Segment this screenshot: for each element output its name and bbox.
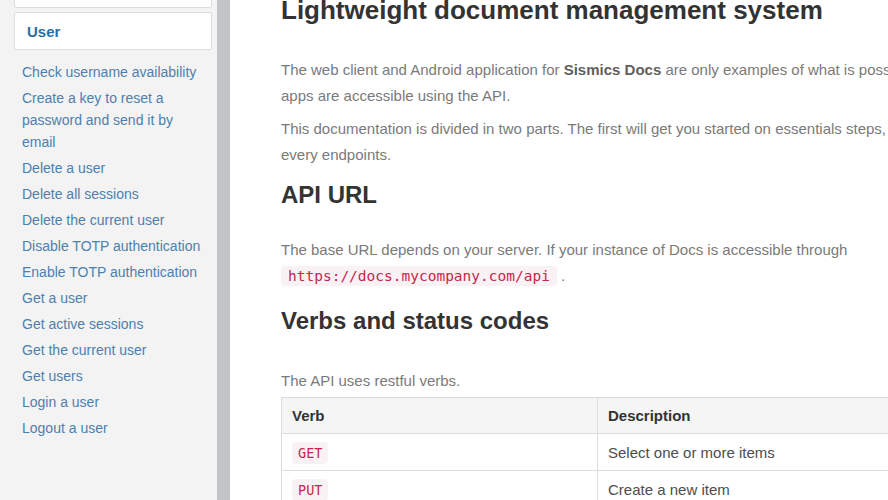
sidebar-scrollbar[interactable] [217, 0, 230, 500]
list-item: Delete a user [22, 157, 204, 179]
base-url-line-2: https://docs.mycompany.com/api . [281, 263, 888, 289]
verb-get-description: Select one or more items [598, 434, 888, 471]
sidebar-item-delete-current-user[interactable]: Delete the current user [22, 209, 204, 231]
verb-get: GET [292, 442, 328, 464]
column-header-description: Description [598, 398, 888, 434]
sidebar-item-delete-all-sessions[interactable]: Delete all sessions [22, 183, 204, 205]
sidebar-item-create-password-reset-key[interactable]: Create a key to reset a password and sen… [22, 87, 204, 153]
sidebar-group-user[interactable]: User [14, 12, 212, 50]
sidebar-item-delete-a-user[interactable]: Delete a user [22, 157, 204, 179]
base-url-paragraph: The base URL depends on your server. If … [281, 237, 888, 289]
list-item: Check username availability [22, 61, 204, 83]
sidebar: User Check username availability Create … [0, 0, 217, 500]
list-item: Get the current user [22, 339, 204, 361]
table-row: GET Select one or more items [282, 434, 888, 471]
docs-line-2: every endpoints. [281, 142, 888, 168]
sidebar-item-get-a-user[interactable]: Get a user [22, 287, 204, 309]
intro-line-1: The web client and Android application f… [281, 57, 888, 83]
sidebar-item-get-current-user[interactable]: Get the current user [22, 339, 204, 361]
sidebar-previous-group-box [14, 0, 212, 8]
verbs-intro-paragraph: The API uses restful verbs. [281, 368, 888, 394]
sidebar-item-get-active-sessions[interactable]: Get active sessions [22, 313, 204, 335]
sidebar-nav: Check username availability Create a key… [22, 61, 204, 443]
sentence-period: . [561, 267, 565, 284]
list-item: Create a key to reset a password and sen… [22, 87, 204, 153]
table-header-row: Verb Description [282, 398, 888, 434]
api-base-url-code: https://docs.mycompany.com/api [281, 266, 557, 286]
product-name: Sismics Docs [564, 61, 662, 78]
intro-line-2: apps are accessible using the API. [281, 83, 888, 109]
list-item: Get active sessions [22, 313, 204, 335]
list-item: Get users [22, 365, 204, 387]
list-item: Delete all sessions [22, 183, 204, 205]
column-header-verb: Verb [282, 398, 598, 434]
list-item: Logout a user [22, 417, 204, 439]
list-item: Enable TOTP authentication [22, 261, 204, 283]
section-title-api-url: API URL [281, 179, 888, 211]
main-content: Lightweight document management system T… [230, 0, 888, 500]
verbs-table: Verb Description GET Select one or more … [281, 397, 888, 500]
intro-paragraph: The web client and Android application f… [281, 57, 888, 109]
sidebar-item-logout-a-user[interactable]: Logout a user [22, 417, 204, 439]
sidebar-item-disable-totp[interactable]: Disable TOTP authentication [22, 235, 204, 257]
verb-put: PUT [292, 479, 328, 500]
sidebar-group-title: User [27, 23, 60, 40]
sidebar-item-enable-totp[interactable]: Enable TOTP authentication [22, 261, 204, 283]
sidebar-item-login-a-user[interactable]: Login a user [22, 391, 204, 413]
table-row: PUT Create a new item [282, 471, 888, 500]
verb-put-description: Create a new item [598, 471, 888, 500]
sidebar-item-get-users[interactable]: Get users [22, 365, 204, 387]
list-item: Delete the current user [22, 209, 204, 231]
section-title-verbs: Verbs and status codes [281, 305, 888, 337]
base-url-line-1: The base URL depends on your server. If … [281, 237, 888, 263]
list-item: Login a user [22, 391, 204, 413]
list-item: Disable TOTP authentication [22, 235, 204, 257]
sidebar-item-check-username-availability[interactable]: Check username availability [22, 61, 204, 83]
documentation-parts-paragraph: This documentation is divided in two par… [281, 116, 888, 168]
docs-line-1: This documentation is divided in two par… [281, 116, 888, 142]
list-item: Get a user [22, 287, 204, 309]
page-title: Lightweight document management system [281, 0, 888, 27]
